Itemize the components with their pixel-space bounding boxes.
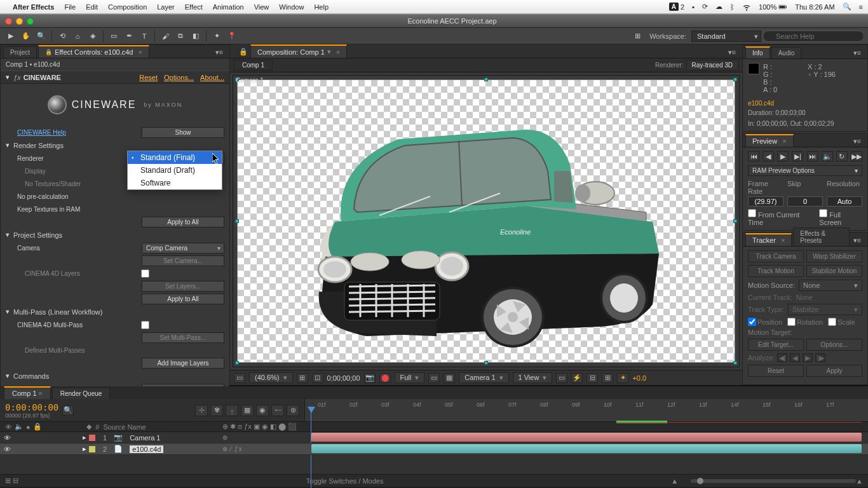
reset-link[interactable]: Reset (139, 74, 158, 81)
tab-preview[interactable]: Preview× (745, 134, 794, 147)
menu-extras-icon[interactable]: ≡ (859, 3, 863, 11)
tab-render-queue[interactable]: Render Queue (52, 388, 111, 399)
menu-edit[interactable]: Edit (86, 3, 98, 11)
visibility-toggle-icon[interactable]: 👁 (4, 445, 11, 453)
set-camera-button[interactable]: Set Camera... (142, 255, 224, 266)
resolution-dropdown[interactable]: Full (395, 372, 425, 383)
camera-tool-icon[interactable]: ⌂ (71, 30, 85, 43)
tab-audio[interactable]: Audio (771, 47, 802, 58)
close-tab-icon[interactable]: × (138, 48, 142, 56)
c4d-layers-checkbox[interactable] (141, 269, 149, 278)
scale-checkbox[interactable]: Scale (828, 318, 855, 326)
tab-timeline-comp[interactable]: Comp 1 × (4, 386, 51, 399)
label-col-icon[interactable]: ◆ (86, 423, 92, 431)
comp-mini-flowchart-icon[interactable]: ⊹ (195, 405, 208, 416)
pen-tool-icon[interactable]: ✒ (122, 30, 136, 43)
panel-menu-icon[interactable]: ▾≡ (213, 47, 226, 58)
camera-dropdown[interactable]: Camera 1 (459, 372, 508, 383)
menu-effect[interactable]: Effect (185, 3, 203, 11)
motion-source-dropdown[interactable]: None (799, 280, 862, 291)
panel-menu-icon[interactable]: ▾≡ (851, 235, 864, 246)
transparency-icon[interactable]: ▦ (444, 373, 455, 383)
full-screen-checkbox[interactable]: Full Screen (819, 209, 862, 226)
eraser-tool-icon[interactable]: ◧ (189, 30, 203, 43)
search-help-input[interactable] (763, 30, 864, 42)
brush-tool-icon[interactable]: 🖌 (158, 30, 172, 43)
bluetooth-icon[interactable]: ᛒ (730, 3, 735, 11)
menu-layer[interactable]: Layer (157, 3, 175, 11)
analyze-step-back-icon[interactable]: ◀ (790, 353, 800, 362)
tab-info[interactable]: Info (745, 46, 770, 58)
col-switches[interactable]: ⊕ ✱ ⧈ ƒx ▣ ◉ ◧ ⬤ ⬛ (222, 423, 297, 431)
zoom-out-icon[interactable]: ▲ (671, 477, 678, 485)
tab-tracker[interactable]: Tracker× (745, 233, 792, 246)
zoom-in-icon[interactable]: ▲ (856, 477, 863, 485)
video-col-icon[interactable]: 👁 (5, 423, 12, 431)
lock-col-icon[interactable]: 🔒 (33, 423, 42, 431)
warp-stabilizer-button[interactable]: Warp Stabilizer (806, 250, 862, 262)
set-layers-button[interactable]: Set Layers... (142, 281, 224, 292)
channel-icon[interactable]: ⬤ (379, 373, 391, 383)
position-checkbox[interactable]: Position (748, 318, 782, 326)
menu-view[interactable]: View (254, 3, 269, 11)
renderer-value-button[interactable]: Ray-traced 3D (686, 60, 738, 71)
analyze-fwd-icon[interactable]: |▶ (815, 353, 825, 362)
pixel-aspect-icon[interactable]: ▭ (556, 373, 567, 383)
rotation-checkbox[interactable]: Rotation (787, 318, 823, 326)
ram-preview-icon[interactable]: ▶▶ (851, 151, 862, 161)
edit-target-button[interactable]: Edit Target... (748, 339, 804, 351)
first-frame-icon[interactable]: ⏮ (748, 151, 759, 161)
panel-menu-icon[interactable]: ▾≡ (851, 48, 864, 58)
layer-bar[interactable] (311, 444, 862, 453)
rectangle-tool-icon[interactable]: ▭ (107, 30, 121, 43)
track-camera-button[interactable]: Track Camera (748, 250, 804, 262)
label-color[interactable] (89, 446, 95, 452)
label-color[interactable] (89, 435, 95, 441)
current-time[interactable]: 0:00:00:00 (5, 402, 58, 412)
menu-composition[interactable]: Composition (108, 3, 147, 11)
frame-rate-input[interactable]: (29.97) (748, 196, 783, 207)
sync-icon[interactable]: ⟳ (702, 3, 708, 11)
layer-bar[interactable] (311, 433, 862, 442)
audio-col-icon[interactable]: 🔈 (15, 423, 24, 431)
viewer-time[interactable]: 0;00;00;00 (327, 374, 360, 382)
close-tab-icon[interactable]: × (782, 137, 786, 145)
magnify-icon[interactable]: ▭ (234, 373, 245, 383)
menu-app[interactable]: After Effects (13, 3, 54, 11)
dropdown-option[interactable]: Standard (Draft) (128, 164, 222, 177)
col-source-name[interactable]: Source Name (103, 423, 146, 431)
preview-resolution-dropdown[interactable]: Auto (827, 196, 862, 207)
tab-effect-controls[interactable]: 🔒Effect Controls: e100.c4d× (38, 45, 149, 58)
add-image-layers-button[interactable]: Add Image Layers (142, 358, 224, 369)
mute-icon[interactable]: 🔈 (822, 151, 833, 161)
solo-col-icon[interactable]: ● (26, 423, 31, 431)
renderer-dropdown-menu[interactable]: Standard (Final) Standard (Draft) Softwa… (127, 151, 222, 190)
zoom-tool-icon[interactable]: 🔍 (34, 30, 48, 43)
adobe-status-icon[interactable]: A 2 (669, 3, 684, 11)
menu-animation[interactable]: Animation (213, 3, 244, 11)
search-layers-icon[interactable]: 🔍 (62, 405, 74, 416)
prev-frame-icon[interactable]: ◀ (763, 151, 774, 161)
zoom-dropdown[interactable]: (40.6%) (249, 372, 293, 383)
workspace-icon[interactable]: ⊞ (630, 30, 644, 43)
ram-preview-options-dropdown[interactable]: RAM Preview Options (748, 165, 862, 176)
effect-header[interactable]: ▾ ƒx CINEWARE Reset Options... About... (1, 71, 229, 84)
snapshot-icon[interactable]: 📷 (364, 373, 376, 383)
resolution-icon[interactable]: ⊞ (297, 373, 308, 383)
lock-icon[interactable]: 🔒 (45, 49, 52, 55)
stabilize-motion-button[interactable]: Stabilize Motion (806, 265, 862, 277)
next-frame-icon[interactable]: ▶| (792, 151, 803, 161)
composition-viewer[interactable]: Camera 1 (233, 75, 740, 367)
loop-icon[interactable]: ↻ (836, 151, 848, 161)
last-frame-icon[interactable]: ⏭ (807, 151, 818, 161)
layer-switches[interactable]: ⊕ ⁄ ƒx (222, 445, 305, 452)
hand-tool-icon[interactable]: ✋ (19, 30, 33, 43)
roto-tool-icon[interactable]: ✦ (210, 30, 224, 43)
skip-input[interactable]: 0 (787, 196, 823, 207)
frame-blend-icon[interactable]: ▦ (241, 405, 254, 416)
track-motion-button[interactable]: Track Motion (748, 265, 804, 277)
draft3d-icon[interactable]: ✾ (210, 405, 223, 416)
set-multipass-button[interactable]: Set Multi-Pass... (142, 332, 224, 343)
rotate-tool-icon[interactable]: ⟲ (55, 30, 69, 43)
puppet-tool-icon[interactable]: 📍 (225, 30, 239, 43)
